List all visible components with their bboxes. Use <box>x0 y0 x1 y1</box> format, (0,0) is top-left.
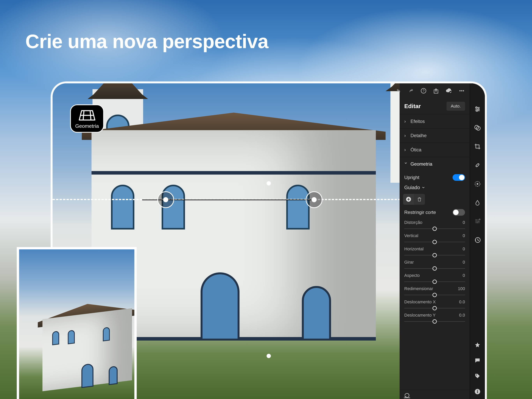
slider-value: 0.0 <box>459 313 465 318</box>
slider-value: 100 <box>458 286 465 291</box>
chevron-down-icon: › <box>421 187 426 188</box>
guided-dropdown[interactable]: Guiado › <box>399 184 470 194</box>
sliders-container: Distorção0Vertical0Horizontal0Girar0Aspe… <box>399 219 470 325</box>
tag-icon[interactable] <box>474 372 481 380</box>
star-icon[interactable] <box>474 341 481 349</box>
slider-value: 0.0 <box>459 299 465 304</box>
guided-label: Guiado <box>404 185 420 190</box>
upright-label: Upright <box>404 175 419 180</box>
section-label: Efeitos <box>411 119 425 124</box>
radial-tool-icon[interactable] <box>474 180 481 188</box>
guide-tools <box>399 194 470 208</box>
slider-value: 0 <box>463 220 465 225</box>
geometry-badge: Geometria <box>70 104 104 133</box>
comment-icon[interactable] <box>474 357 481 364</box>
svg-point-25 <box>477 390 478 391</box>
guide-anchor-bottom[interactable] <box>266 354 271 358</box>
auto-button[interactable]: Auto. <box>447 102 465 111</box>
svg-point-17 <box>475 219 477 220</box>
svg-point-8 <box>478 108 479 110</box>
chevron-right-icon: › <box>404 119 408 124</box>
crop-tool-icon[interactable] <box>474 143 481 150</box>
slider-label: Horizontal <box>404 246 424 251</box>
constrain-row: Restringir corte <box>399 208 470 219</box>
svg-point-5 <box>463 90 464 91</box>
slider-value: 0 <box>463 273 465 278</box>
geometry-icon <box>77 109 97 122</box>
slider-value: 0 <box>463 260 465 265</box>
svg-point-22 <box>476 375 477 376</box>
svg-rect-24 <box>477 391 478 393</box>
section-geometry[interactable]: › Geometria <box>399 157 470 171</box>
svg-point-7 <box>475 107 477 108</box>
undo-icon[interactable] <box>396 88 402 94</box>
svg-point-13 <box>476 166 477 166</box>
slider-distorção[interactable]: Distorção0 <box>399 219 470 232</box>
redo-icon[interactable] <box>408 88 414 94</box>
svg-point-3 <box>459 90 461 91</box>
slider-label: Girar <box>404 260 414 265</box>
guide-handle-left[interactable] <box>157 191 174 208</box>
slider-aspecto[interactable]: Aspecto0 <box>399 272 470 285</box>
section-effects[interactable]: › Efeitos <box>399 114 470 129</box>
svg-point-18 <box>478 221 479 222</box>
svg-point-16 <box>476 183 478 185</box>
adjust-tool-icon[interactable] <box>474 105 481 113</box>
edit-panel: ? Editar Auto. › Efeitos › Detalhe › Óti… <box>399 83 470 399</box>
svg-point-9 <box>476 110 477 111</box>
reset-icon <box>404 393 410 398</box>
before-thumbnail <box>17 247 137 399</box>
svg-point-20 <box>479 219 481 220</box>
section-label: Geometria <box>411 161 432 167</box>
slider-deslocamento-x[interactable]: Deslocamento X0.0 <box>399 298 470 312</box>
info-icon[interactable] <box>474 388 481 395</box>
side-panel: ? Editar Auto. › Efeitos › Detalhe › Óti… <box>399 83 485 399</box>
reset-bar[interactable] <box>399 390 470 399</box>
panel-title: Editar <box>404 103 421 109</box>
slider-label: Distorção <box>404 220 422 225</box>
slider-label: Deslocamento X <box>404 299 436 304</box>
chevron-down-icon: › <box>403 162 409 166</box>
slider-vertical[interactable]: Vertical0 <box>399 232 470 245</box>
cloud-check-icon[interactable] <box>446 88 452 94</box>
slider-horizontal[interactable]: Horizontal0 <box>399 245 470 258</box>
section-label: Ótica <box>411 147 421 153</box>
svg-point-14 <box>478 164 478 165</box>
history-tool-icon[interactable] <box>474 236 481 244</box>
more-icon[interactable] <box>459 88 465 94</box>
constrain-toggle[interactable] <box>453 209 465 216</box>
svg-point-19 <box>476 222 478 223</box>
tool-rail <box>470 83 485 399</box>
svg-point-4 <box>461 90 462 91</box>
chevron-right-icon: › <box>404 133 408 138</box>
profiles-tool-icon[interactable] <box>474 124 481 132</box>
share-icon[interactable] <box>433 88 439 94</box>
slider-girar[interactable]: Girar0 <box>399 258 470 272</box>
slider-value: 0 <box>463 246 465 251</box>
upright-toggle[interactable] <box>453 174 465 181</box>
constrain-label: Restringir corte <box>404 210 436 215</box>
delete-guide-button[interactable] <box>414 194 425 205</box>
heal-tool-icon[interactable] <box>474 161 481 169</box>
slider-label: Aspecto <box>404 273 420 278</box>
slider-value: 0 <box>463 233 465 238</box>
slider-label: Deslocamento Y <box>404 313 436 318</box>
mix-tool-icon[interactable] <box>474 217 481 225</box>
slider-redimensionar[interactable]: Redimensionar100 <box>399 285 470 298</box>
droplet-tool-icon[interactable] <box>474 199 481 206</box>
guide-anchor-top[interactable] <box>266 181 271 186</box>
svg-rect-12 <box>475 163 479 167</box>
geometry-badge-label: Geometria <box>75 123 99 129</box>
guide-handle-right[interactable] <box>306 191 323 208</box>
top-icon-bar: ? <box>399 83 470 98</box>
headline: Crie uma nova perspectiva <box>25 30 268 53</box>
section-optics[interactable]: › Ótica <box>399 143 470 157</box>
add-guide-button[interactable] <box>403 194 414 205</box>
svg-text:?: ? <box>423 89 424 93</box>
slider-deslocamento-y[interactable]: Deslocamento Y0.0 <box>399 312 470 325</box>
help-icon[interactable]: ? <box>421 88 426 94</box>
section-detail[interactable]: › Detalhe <box>399 129 470 143</box>
chevron-right-icon: › <box>404 147 408 153</box>
upright-row: Upright <box>399 171 470 184</box>
section-label: Detalhe <box>411 133 427 138</box>
